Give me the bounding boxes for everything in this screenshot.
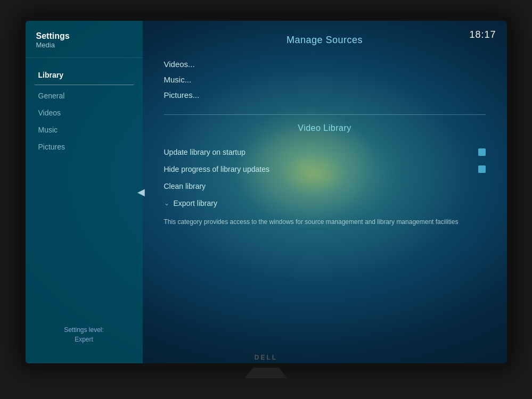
settings-list: Update library on startup Hide progress … <box>164 144 486 355</box>
sidebar: Settings Media Library General Videos Mu… <box>26 21 143 363</box>
settings-label-update-library: Update library on startup <box>164 148 245 156</box>
settings-level-label: Settings level: <box>64 326 104 334</box>
sidebar-item-music[interactable]: Music <box>34 121 134 138</box>
toggle-hide-progress[interactable] <box>478 165 486 173</box>
manage-sources-heading: Manage Sources <box>164 35 486 46</box>
settings-row-export-library[interactable]: ⌄ Export library <box>164 195 486 212</box>
settings-label-clean-library: Clean library <box>164 182 206 190</box>
sidebar-item-videos[interactable]: Videos <box>34 104 134 121</box>
sidebar-collapse-arrow[interactable]: ◀ <box>137 186 145 198</box>
category-description: This category provides access to the win… <box>164 217 473 227</box>
settings-row-clean-library[interactable]: Clean library <box>164 178 486 195</box>
settings-row-hide-progress[interactable]: Hide progress of library updates <box>164 161 486 178</box>
monitor: Settings Media Library General Videos Mu… <box>21 16 511 368</box>
sidebar-title: Settings <box>36 31 132 41</box>
settings-label-export-library: Export library <box>174 199 217 207</box>
source-item-music[interactable]: Music... <box>164 72 486 87</box>
settings-label-hide-progress: Hide progress of library updates <box>164 165 269 173</box>
sidebar-item-pictures[interactable]: Pictures <box>34 138 134 155</box>
source-list: Videos... Music... Pictures... <box>164 56 486 103</box>
settings-level-value: Expert <box>75 336 93 343</box>
screen: Settings Media Library General Videos Mu… <box>26 21 507 363</box>
sidebar-subtitle: Media <box>36 41 132 49</box>
video-library-heading: Video Library <box>164 123 486 133</box>
clock: 18:17 <box>469 29 496 40</box>
chevron-down-icon: ⌄ <box>164 200 169 207</box>
monitor-base <box>224 378 309 383</box>
toggle-update-library[interactable] <box>478 148 486 156</box>
sidebar-nav: Library General Videos Music Pictures <box>26 66 143 317</box>
dell-logo: DELL <box>255 354 277 361</box>
main-content: 18:17 Manage Sources Videos... Music... … <box>143 21 507 363</box>
source-item-pictures[interactable]: Pictures... <box>164 87 486 103</box>
source-item-videos[interactable]: Videos... <box>164 56 486 72</box>
settings-row-update-library[interactable]: Update library on startup <box>164 144 486 161</box>
sidebar-footer: Settings level: Expert <box>26 317 143 353</box>
section-divider <box>164 114 486 115</box>
sidebar-header: Settings Media <box>26 31 143 58</box>
sidebar-item-library[interactable]: Library <box>34 66 134 85</box>
monitor-stand <box>245 368 288 378</box>
sidebar-item-general[interactable]: General <box>34 87 134 104</box>
